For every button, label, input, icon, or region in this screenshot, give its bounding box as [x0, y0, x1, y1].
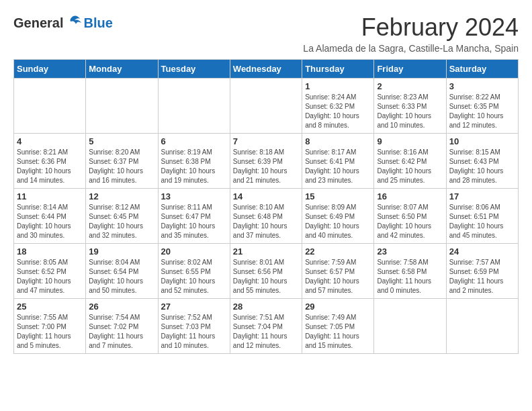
- month-title: February 2024: [303, 13, 519, 42]
- day-number: 24: [449, 246, 515, 257]
- day-info: Sunrise: 8:20 AM Sunset: 6:37 PM Dayligh…: [89, 148, 154, 185]
- table-row: 23Sunrise: 7:58 AM Sunset: 6:58 PM Dayli…: [374, 244, 446, 299]
- table-row: 1Sunrise: 8:24 AM Sunset: 6:32 PM Daylig…: [302, 79, 374, 134]
- logo-blue: Blue: [83, 15, 112, 31]
- table-row: 19Sunrise: 8:04 AM Sunset: 6:54 PM Dayli…: [86, 244, 158, 299]
- day-info: Sunrise: 8:21 AM Sunset: 6:36 PM Dayligh…: [17, 148, 83, 185]
- calendar-week-row: 1Sunrise: 8:24 AM Sunset: 6:32 PM Daylig…: [14, 79, 519, 134]
- day-info: Sunrise: 8:22 AM Sunset: 6:35 PM Dayligh…: [449, 93, 515, 130]
- col-wednesday: Wednesday: [230, 60, 302, 79]
- day-info: Sunrise: 8:11 AM Sunset: 6:47 PM Dayligh…: [161, 203, 227, 240]
- day-number: 19: [89, 246, 154, 257]
- day-info: Sunrise: 7:54 AM Sunset: 7:02 PM Dayligh…: [89, 313, 154, 351]
- day-number: 5: [89, 136, 154, 146]
- table-row: 26Sunrise: 7:54 AM Sunset: 7:02 PM Dayli…: [86, 299, 158, 354]
- calendar-week-row: 4Sunrise: 8:21 AM Sunset: 6:36 PM Daylig…: [14, 134, 519, 189]
- calendar-table: Sunday Monday Tuesday Wednesday Thursday…: [13, 59, 519, 354]
- table-row: 24Sunrise: 7:57 AM Sunset: 6:59 PM Dayli…: [446, 244, 518, 299]
- calendar-header-row: Sunday Monday Tuesday Wednesday Thursday…: [14, 60, 519, 79]
- location-title: La Alameda de la Sagra, Castille-La Manc…: [303, 43, 519, 54]
- table-row: 17Sunrise: 8:06 AM Sunset: 6:51 PM Dayli…: [446, 189, 518, 244]
- day-info: Sunrise: 7:57 AM Sunset: 6:59 PM Dayligh…: [449, 258, 515, 295]
- day-number: 6: [161, 136, 227, 146]
- day-number: 21: [233, 246, 299, 257]
- col-tuesday: Tuesday: [158, 60, 230, 79]
- day-number: 7: [233, 136, 299, 146]
- table-row: 8Sunrise: 8:17 AM Sunset: 6:41 PM Daylig…: [302, 134, 374, 189]
- table-row: 11Sunrise: 8:14 AM Sunset: 6:44 PM Dayli…: [14, 189, 86, 244]
- table-row: 5Sunrise: 8:20 AM Sunset: 6:37 PM Daylig…: [86, 134, 158, 189]
- day-info: Sunrise: 7:55 AM Sunset: 7:00 PM Dayligh…: [17, 313, 83, 351]
- day-number: 25: [17, 302, 83, 312]
- day-number: 27: [161, 302, 227, 312]
- calendar-week-row: 25Sunrise: 7:55 AM Sunset: 7:00 PM Dayli…: [14, 299, 519, 354]
- table-row: [230, 79, 302, 134]
- day-info: Sunrise: 8:24 AM Sunset: 6:32 PM Dayligh…: [305, 93, 371, 130]
- table-row: 4Sunrise: 8:21 AM Sunset: 6:36 PM Daylig…: [14, 134, 86, 189]
- day-number: 3: [449, 81, 515, 91]
- col-monday: Monday: [86, 60, 158, 79]
- day-info: Sunrise: 7:51 AM Sunset: 7:04 PM Dayligh…: [233, 313, 299, 351]
- table-row: [374, 299, 446, 354]
- day-number: 2: [377, 81, 443, 91]
- table-row: 22Sunrise: 7:59 AM Sunset: 6:57 PM Dayli…: [302, 244, 374, 299]
- day-number: 22: [305, 246, 371, 257]
- day-number: 11: [17, 191, 83, 201]
- table-row: 9Sunrise: 8:16 AM Sunset: 6:42 PM Daylig…: [374, 134, 446, 189]
- day-number: 26: [89, 302, 154, 312]
- col-sunday: Sunday: [14, 60, 86, 79]
- day-info: Sunrise: 8:06 AM Sunset: 6:51 PM Dayligh…: [449, 203, 515, 240]
- day-number: 18: [17, 246, 83, 257]
- table-row: 28Sunrise: 7:51 AM Sunset: 7:04 PM Dayli…: [230, 299, 302, 354]
- table-row: 18Sunrise: 8:05 AM Sunset: 6:52 PM Dayli…: [14, 244, 86, 299]
- table-row: 13Sunrise: 8:11 AM Sunset: 6:47 PM Dayli…: [158, 189, 230, 244]
- day-number: 29: [305, 302, 371, 312]
- table-row: [158, 79, 230, 134]
- day-info: Sunrise: 8:12 AM Sunset: 6:45 PM Dayligh…: [89, 203, 154, 240]
- day-number: 4: [17, 136, 83, 146]
- logo-bird-icon: [64, 13, 83, 32]
- day-info: Sunrise: 8:17 AM Sunset: 6:41 PM Dayligh…: [305, 148, 371, 185]
- table-row: 27Sunrise: 7:52 AM Sunset: 7:03 PM Dayli…: [158, 299, 230, 354]
- day-info: Sunrise: 8:19 AM Sunset: 6:38 PM Dayligh…: [161, 148, 227, 185]
- table-row: 3Sunrise: 8:22 AM Sunset: 6:35 PM Daylig…: [446, 79, 518, 134]
- day-number: 16: [377, 191, 443, 201]
- day-number: 8: [305, 136, 371, 146]
- table-row: 7Sunrise: 8:18 AM Sunset: 6:39 PM Daylig…: [230, 134, 302, 189]
- table-row: [86, 79, 158, 134]
- table-row: 25Sunrise: 7:55 AM Sunset: 7:00 PM Dayli…: [14, 299, 86, 354]
- day-info: Sunrise: 8:16 AM Sunset: 6:42 PM Dayligh…: [377, 148, 443, 185]
- table-row: 14Sunrise: 8:10 AM Sunset: 6:48 PM Dayli…: [230, 189, 302, 244]
- day-number: 28: [233, 302, 299, 312]
- calendar-week-row: 18Sunrise: 8:05 AM Sunset: 6:52 PM Dayli…: [14, 244, 519, 299]
- day-number: 12: [89, 191, 154, 201]
- table-row: 16Sunrise: 8:07 AM Sunset: 6:50 PM Dayli…: [374, 189, 446, 244]
- day-info: Sunrise: 8:15 AM Sunset: 6:43 PM Dayligh…: [449, 148, 515, 185]
- day-number: 14: [233, 191, 299, 201]
- day-info: Sunrise: 7:49 AM Sunset: 7:05 PM Dayligh…: [305, 313, 371, 351]
- col-friday: Friday: [374, 60, 446, 79]
- day-number: 23: [377, 246, 443, 257]
- day-number: 9: [377, 136, 443, 146]
- day-info: Sunrise: 8:05 AM Sunset: 6:52 PM Dayligh…: [17, 258, 83, 295]
- header: General Blue February 2024 La Alameda de…: [13, 13, 519, 54]
- table-row: 2Sunrise: 8:23 AM Sunset: 6:33 PM Daylig…: [374, 79, 446, 134]
- table-row: 29Sunrise: 7:49 AM Sunset: 7:05 PM Dayli…: [302, 299, 374, 354]
- day-info: Sunrise: 8:18 AM Sunset: 6:39 PM Dayligh…: [233, 148, 299, 185]
- table-row: 10Sunrise: 8:15 AM Sunset: 6:43 PM Dayli…: [446, 134, 518, 189]
- day-number: 20: [161, 246, 227, 257]
- col-thursday: Thursday: [302, 60, 374, 79]
- day-number: 13: [161, 191, 227, 201]
- day-info: Sunrise: 8:04 AM Sunset: 6:54 PM Dayligh…: [89, 258, 154, 295]
- day-info: Sunrise: 8:23 AM Sunset: 6:33 PM Dayligh…: [377, 93, 443, 130]
- day-number: 17: [449, 191, 515, 201]
- day-info: Sunrise: 8:01 AM Sunset: 6:56 PM Dayligh…: [233, 258, 299, 295]
- day-info: Sunrise: 8:07 AM Sunset: 6:50 PM Dayligh…: [377, 203, 443, 240]
- day-info: Sunrise: 7:52 AM Sunset: 7:03 PM Dayligh…: [161, 313, 227, 351]
- table-row: 21Sunrise: 8:01 AM Sunset: 6:56 PM Dayli…: [230, 244, 302, 299]
- table-row: 20Sunrise: 8:02 AM Sunset: 6:55 PM Dayli…: [158, 244, 230, 299]
- logo: General Blue: [13, 13, 113, 32]
- logo-general: General: [13, 15, 63, 31]
- day-info: Sunrise: 8:02 AM Sunset: 6:55 PM Dayligh…: [161, 258, 227, 295]
- day-number: 1: [305, 81, 371, 91]
